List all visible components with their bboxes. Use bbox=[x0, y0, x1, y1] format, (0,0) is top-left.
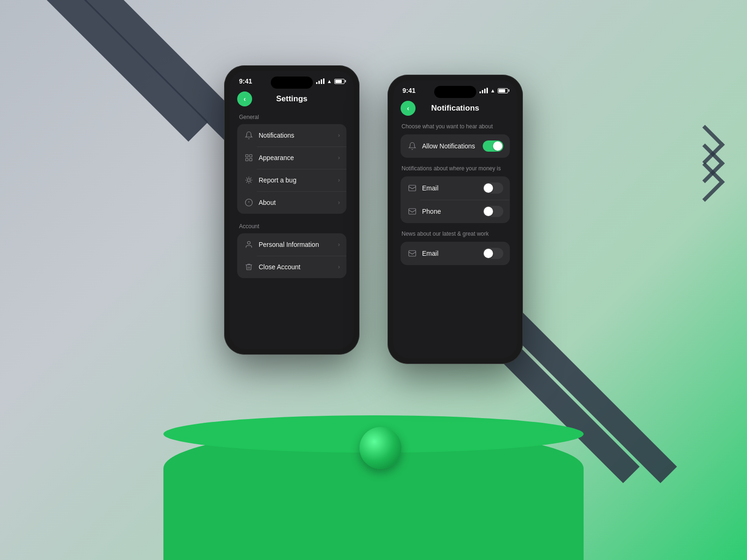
battery-2 bbox=[498, 88, 508, 93]
account-section-label: Account bbox=[237, 223, 346, 230]
email-money-icon bbox=[407, 183, 417, 193]
settings-nav-header: ‹ Settings bbox=[237, 88, 346, 114]
allow-notifications-toggle[interactable] bbox=[483, 140, 503, 152]
signal-bar-1 bbox=[316, 82, 317, 84]
phone-money-label: Phone bbox=[422, 208, 483, 215]
settings-screen-content: ‹ Settings General Notifications › bbox=[230, 88, 354, 287]
toggle-knob-email-news bbox=[484, 249, 493, 258]
phone-notifications-screen: 9:41 ▲ bbox=[393, 80, 517, 358]
notifications-screen-content: ‹ Notifications Choose what you want to … bbox=[393, 97, 517, 274]
svg-rect-2 bbox=[246, 159, 248, 161]
info-icon bbox=[244, 197, 254, 208]
settings-back-button[interactable]: ‹ bbox=[237, 91, 252, 106]
wifi-icon-2: ▲ bbox=[490, 88, 495, 93]
status-icons-2: ▲ bbox=[479, 88, 508, 93]
signal-bar2-1 bbox=[479, 91, 481, 93]
phone-settings-screen: 9:41 ▲ bbox=[230, 71, 354, 349]
money-notifications-group: Email Phone bbox=[401, 176, 510, 223]
svg-rect-10 bbox=[409, 209, 416, 214]
notifications-nav-header: ‹ Notifications bbox=[401, 97, 510, 123]
signal-bar2-4 bbox=[486, 88, 488, 93]
battery-1 bbox=[334, 79, 345, 84]
general-section-label: General bbox=[237, 114, 346, 120]
bell-icon bbox=[244, 130, 254, 140]
notifications-label: Notifications bbox=[259, 132, 338, 139]
battery-fill-1 bbox=[335, 80, 342, 83]
person-icon bbox=[244, 239, 254, 250]
allow-notifications-label: Allow Notifications bbox=[422, 142, 483, 150]
account-settings-group: Personal Information › Close Account › bbox=[237, 233, 346, 278]
settings-item-notifications[interactable]: Notifications › bbox=[237, 124, 346, 147]
svg-rect-3 bbox=[250, 159, 252, 161]
back-arrow-icon-2: ‹ bbox=[407, 105, 409, 112]
report-bug-chevron: › bbox=[338, 177, 340, 183]
allow-notifications-item[interactable]: Allow Notifications bbox=[401, 134, 510, 158]
settings-item-close-account[interactable]: Close Account › bbox=[237, 256, 346, 278]
toggle-knob-email-money bbox=[484, 183, 493, 193]
close-account-label: Close Account bbox=[259, 263, 338, 271]
signal-bar2-3 bbox=[484, 89, 486, 93]
allow-notifications-group: Allow Notifications bbox=[401, 134, 510, 158]
settings-item-appearance[interactable]: Appearance › bbox=[237, 147, 346, 169]
svg-point-4 bbox=[247, 179, 250, 182]
green-sphere bbox=[359, 427, 402, 469]
email-news-label: Email bbox=[422, 250, 483, 257]
report-bug-label: Report a bug bbox=[259, 176, 338, 184]
signal-bars-1 bbox=[316, 78, 324, 84]
svg-rect-9 bbox=[409, 185, 416, 191]
phone-money-icon bbox=[407, 206, 417, 217]
phone-settings: 9:41 ▲ bbox=[224, 65, 359, 355]
notifications-subtitle-1: Choose what you want to hear about bbox=[401, 123, 510, 130]
about-label: About bbox=[259, 199, 338, 206]
news-notifications-group: Email bbox=[401, 242, 510, 265]
signal-bar-4 bbox=[323, 78, 324, 84]
signal-bar-2 bbox=[318, 81, 320, 84]
svg-rect-1 bbox=[250, 154, 252, 157]
notifications-title: Notifications bbox=[431, 104, 479, 113]
settings-item-about[interactable]: About › bbox=[237, 191, 346, 214]
dynamic-island-2 bbox=[434, 86, 476, 98]
signal-bars-2 bbox=[479, 88, 488, 93]
email-news-toggle[interactable] bbox=[483, 248, 503, 259]
appearance-label: Appearance bbox=[259, 154, 338, 161]
notif-email-news-item[interactable]: Email bbox=[401, 242, 510, 265]
notifications-subtitle-3: News about our latest & great work bbox=[401, 231, 510, 237]
phones-container: 9:41 ▲ bbox=[224, 65, 523, 364]
svg-rect-11 bbox=[409, 251, 416, 256]
general-settings-group: Notifications › Appearance › bbox=[237, 124, 346, 214]
status-time-1: 9:41 bbox=[239, 77, 252, 85]
about-chevron: › bbox=[338, 199, 340, 206]
dynamic-island-1 bbox=[271, 77, 313, 89]
status-icons-1: ▲ bbox=[316, 78, 345, 84]
close-account-chevron: › bbox=[338, 264, 340, 270]
bell-notif-icon bbox=[407, 141, 417, 151]
signal-bar2-2 bbox=[482, 90, 483, 93]
settings-title: Settings bbox=[276, 94, 307, 104]
status-time-2: 9:41 bbox=[402, 87, 416, 94]
grid-icon bbox=[244, 153, 254, 163]
wifi-icon-1: ▲ bbox=[327, 78, 332, 84]
notif-phone-money-item[interactable]: Phone bbox=[401, 200, 510, 223]
email-money-label: Email bbox=[422, 184, 483, 192]
notifications-back-button[interactable]: ‹ bbox=[401, 101, 416, 116]
svg-rect-0 bbox=[246, 154, 248, 157]
toggle-knob-allow bbox=[493, 141, 502, 151]
signal-bar-3 bbox=[321, 79, 322, 84]
notif-email-money-item[interactable]: Email bbox=[401, 176, 510, 200]
settings-item-personal-info[interactable]: Personal Information › bbox=[237, 233, 346, 256]
trash-icon bbox=[244, 262, 254, 272]
personal-info-chevron: › bbox=[338, 241, 340, 248]
email-news-icon bbox=[407, 248, 417, 259]
toggle-knob-phone-money bbox=[484, 207, 493, 216]
email-money-toggle[interactable] bbox=[483, 182, 503, 194]
back-arrow-icon: ‹ bbox=[244, 96, 246, 102]
bug-icon bbox=[244, 175, 254, 185]
appearance-chevron: › bbox=[338, 154, 340, 161]
notifications-chevron: › bbox=[338, 132, 340, 139]
decorative-arrows bbox=[691, 131, 719, 187]
settings-item-report-bug[interactable]: Report a bug › bbox=[237, 169, 346, 191]
svg-point-8 bbox=[247, 241, 250, 244]
notifications-subtitle-2: Notifications about where your money is bbox=[401, 165, 510, 172]
phone-money-toggle[interactable] bbox=[483, 206, 503, 217]
battery-fill-2 bbox=[499, 89, 505, 92]
